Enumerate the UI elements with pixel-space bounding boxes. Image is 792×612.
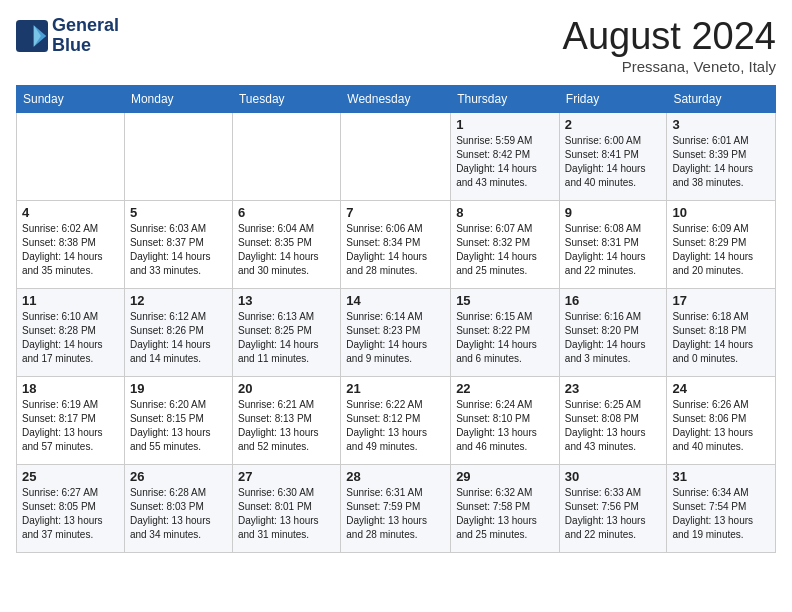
day-info: Sunrise: 6:04 AM Sunset: 8:35 PM Dayligh… — [238, 222, 335, 278]
calendar-week-row: 25Sunrise: 6:27 AM Sunset: 8:05 PM Dayli… — [17, 464, 776, 552]
calendar-cell: 10Sunrise: 6:09 AM Sunset: 8:29 PM Dayli… — [667, 200, 776, 288]
title-block: August 2024 Pressana, Veneto, Italy — [563, 16, 776, 75]
calendar-cell: 11Sunrise: 6:10 AM Sunset: 8:28 PM Dayli… — [17, 288, 125, 376]
calendar-table: SundayMondayTuesdayWednesdayThursdayFrid… — [16, 85, 776, 553]
calendar-cell — [232, 112, 340, 200]
day-info: Sunrise: 6:28 AM Sunset: 8:03 PM Dayligh… — [130, 486, 227, 542]
day-info: Sunrise: 6:09 AM Sunset: 8:29 PM Dayligh… — [672, 222, 770, 278]
calendar-cell — [341, 112, 451, 200]
calendar-cell: 12Sunrise: 6:12 AM Sunset: 8:26 PM Dayli… — [124, 288, 232, 376]
calendar-cell: 21Sunrise: 6:22 AM Sunset: 8:12 PM Dayli… — [341, 376, 451, 464]
calendar-week-row: 1Sunrise: 5:59 AM Sunset: 8:42 PM Daylig… — [17, 112, 776, 200]
day-number: 15 — [456, 293, 554, 308]
calendar-cell: 22Sunrise: 6:24 AM Sunset: 8:10 PM Dayli… — [451, 376, 560, 464]
day-number: 22 — [456, 381, 554, 396]
day-info: Sunrise: 6:27 AM Sunset: 8:05 PM Dayligh… — [22, 486, 119, 542]
day-info: Sunrise: 6:02 AM Sunset: 8:38 PM Dayligh… — [22, 222, 119, 278]
day-number: 12 — [130, 293, 227, 308]
calendar-cell: 13Sunrise: 6:13 AM Sunset: 8:25 PM Dayli… — [232, 288, 340, 376]
day-info: Sunrise: 6:10 AM Sunset: 8:28 PM Dayligh… — [22, 310, 119, 366]
day-info: Sunrise: 6:22 AM Sunset: 8:12 PM Dayligh… — [346, 398, 445, 454]
calendar-cell: 17Sunrise: 6:18 AM Sunset: 8:18 PM Dayli… — [667, 288, 776, 376]
day-info: Sunrise: 6:15 AM Sunset: 8:22 PM Dayligh… — [456, 310, 554, 366]
day-number: 18 — [22, 381, 119, 396]
day-info: Sunrise: 6:33 AM Sunset: 7:56 PM Dayligh… — [565, 486, 662, 542]
weekday-header: Saturday — [667, 85, 776, 112]
calendar-cell: 25Sunrise: 6:27 AM Sunset: 8:05 PM Dayli… — [17, 464, 125, 552]
day-number: 5 — [130, 205, 227, 220]
page-header: General Blue August 2024 Pressana, Venet… — [16, 16, 776, 75]
day-info: Sunrise: 5:59 AM Sunset: 8:42 PM Dayligh… — [456, 134, 554, 190]
day-info: Sunrise: 6:13 AM Sunset: 8:25 PM Dayligh… — [238, 310, 335, 366]
day-info: Sunrise: 6:07 AM Sunset: 8:32 PM Dayligh… — [456, 222, 554, 278]
day-info: Sunrise: 6:00 AM Sunset: 8:41 PM Dayligh… — [565, 134, 662, 190]
calendar-cell: 9Sunrise: 6:08 AM Sunset: 8:31 PM Daylig… — [559, 200, 667, 288]
day-number: 25 — [22, 469, 119, 484]
day-info: Sunrise: 6:20 AM Sunset: 8:15 PM Dayligh… — [130, 398, 227, 454]
day-number: 17 — [672, 293, 770, 308]
day-info: Sunrise: 6:18 AM Sunset: 8:18 PM Dayligh… — [672, 310, 770, 366]
logo-icon — [16, 20, 48, 52]
day-info: Sunrise: 6:12 AM Sunset: 8:26 PM Dayligh… — [130, 310, 227, 366]
day-number: 13 — [238, 293, 335, 308]
logo-line1: General — [52, 16, 119, 36]
day-number: 7 — [346, 205, 445, 220]
calendar-week-row: 18Sunrise: 6:19 AM Sunset: 8:17 PM Dayli… — [17, 376, 776, 464]
weekday-header: Tuesday — [232, 85, 340, 112]
calendar-cell: 2Sunrise: 6:00 AM Sunset: 8:41 PM Daylig… — [559, 112, 667, 200]
day-info: Sunrise: 6:34 AM Sunset: 7:54 PM Dayligh… — [672, 486, 770, 542]
month-title: August 2024 — [563, 16, 776, 58]
day-info: Sunrise: 6:21 AM Sunset: 8:13 PM Dayligh… — [238, 398, 335, 454]
calendar-cell: 3Sunrise: 6:01 AM Sunset: 8:39 PM Daylig… — [667, 112, 776, 200]
day-info: Sunrise: 6:30 AM Sunset: 8:01 PM Dayligh… — [238, 486, 335, 542]
weekday-header-row: SundayMondayTuesdayWednesdayThursdayFrid… — [17, 85, 776, 112]
day-info: Sunrise: 6:32 AM Sunset: 7:58 PM Dayligh… — [456, 486, 554, 542]
calendar-cell: 28Sunrise: 6:31 AM Sunset: 7:59 PM Dayli… — [341, 464, 451, 552]
day-info: Sunrise: 6:24 AM Sunset: 8:10 PM Dayligh… — [456, 398, 554, 454]
day-info: Sunrise: 6:01 AM Sunset: 8:39 PM Dayligh… — [672, 134, 770, 190]
calendar-cell: 27Sunrise: 6:30 AM Sunset: 8:01 PM Dayli… — [232, 464, 340, 552]
day-number: 16 — [565, 293, 662, 308]
calendar-cell: 19Sunrise: 6:20 AM Sunset: 8:15 PM Dayli… — [124, 376, 232, 464]
calendar-cell: 1Sunrise: 5:59 AM Sunset: 8:42 PM Daylig… — [451, 112, 560, 200]
day-info: Sunrise: 6:06 AM Sunset: 8:34 PM Dayligh… — [346, 222, 445, 278]
calendar-cell: 16Sunrise: 6:16 AM Sunset: 8:20 PM Dayli… — [559, 288, 667, 376]
calendar-cell — [17, 112, 125, 200]
calendar-cell: 5Sunrise: 6:03 AM Sunset: 8:37 PM Daylig… — [124, 200, 232, 288]
location: Pressana, Veneto, Italy — [563, 58, 776, 75]
calendar-cell: 31Sunrise: 6:34 AM Sunset: 7:54 PM Dayli… — [667, 464, 776, 552]
logo-line2: Blue — [52, 36, 119, 56]
day-info: Sunrise: 6:08 AM Sunset: 8:31 PM Dayligh… — [565, 222, 662, 278]
calendar-cell: 30Sunrise: 6:33 AM Sunset: 7:56 PM Dayli… — [559, 464, 667, 552]
weekday-header: Monday — [124, 85, 232, 112]
calendar-cell: 24Sunrise: 6:26 AM Sunset: 8:06 PM Dayli… — [667, 376, 776, 464]
calendar-cell: 4Sunrise: 6:02 AM Sunset: 8:38 PM Daylig… — [17, 200, 125, 288]
day-info: Sunrise: 6:19 AM Sunset: 8:17 PM Dayligh… — [22, 398, 119, 454]
weekday-header: Friday — [559, 85, 667, 112]
day-number: 29 — [456, 469, 554, 484]
day-number: 21 — [346, 381, 445, 396]
day-number: 23 — [565, 381, 662, 396]
day-number: 28 — [346, 469, 445, 484]
calendar-cell: 6Sunrise: 6:04 AM Sunset: 8:35 PM Daylig… — [232, 200, 340, 288]
calendar-week-row: 11Sunrise: 6:10 AM Sunset: 8:28 PM Dayli… — [17, 288, 776, 376]
day-number: 24 — [672, 381, 770, 396]
day-number: 4 — [22, 205, 119, 220]
day-number: 9 — [565, 205, 662, 220]
logo: General Blue — [16, 16, 119, 56]
day-number: 19 — [130, 381, 227, 396]
calendar-cell: 8Sunrise: 6:07 AM Sunset: 8:32 PM Daylig… — [451, 200, 560, 288]
calendar-week-row: 4Sunrise: 6:02 AM Sunset: 8:38 PM Daylig… — [17, 200, 776, 288]
calendar-cell: 15Sunrise: 6:15 AM Sunset: 8:22 PM Dayli… — [451, 288, 560, 376]
logo-text: General Blue — [52, 16, 119, 56]
day-info: Sunrise: 6:03 AM Sunset: 8:37 PM Dayligh… — [130, 222, 227, 278]
calendar-cell — [124, 112, 232, 200]
calendar-cell: 20Sunrise: 6:21 AM Sunset: 8:13 PM Dayli… — [232, 376, 340, 464]
day-number: 26 — [130, 469, 227, 484]
day-number: 8 — [456, 205, 554, 220]
day-info: Sunrise: 6:14 AM Sunset: 8:23 PM Dayligh… — [346, 310, 445, 366]
calendar-cell: 23Sunrise: 6:25 AM Sunset: 8:08 PM Dayli… — [559, 376, 667, 464]
weekday-header: Wednesday — [341, 85, 451, 112]
day-number: 2 — [565, 117, 662, 132]
calendar-cell: 26Sunrise: 6:28 AM Sunset: 8:03 PM Dayli… — [124, 464, 232, 552]
